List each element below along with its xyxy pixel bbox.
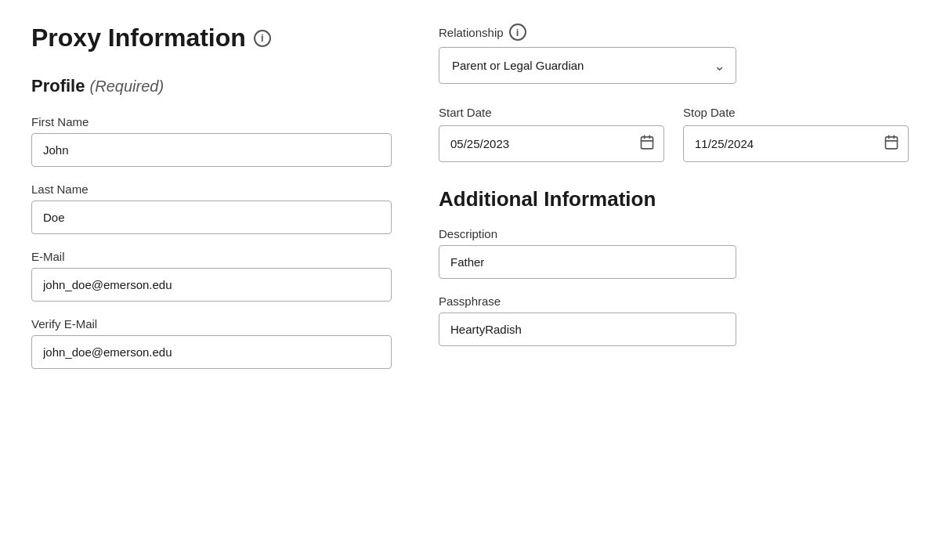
email-label: E-Mail bbox=[31, 250, 392, 263]
profile-section-title: Profile (Required) bbox=[31, 76, 392, 96]
verify-email-input[interactable] bbox=[31, 335, 392, 369]
date-row: Start Date Stop Date bbox=[439, 106, 909, 162]
page-title-area: Proxy Information i bbox=[31, 23, 392, 52]
description-label: Description bbox=[439, 227, 909, 240]
verify-email-label: Verify E-Mail bbox=[31, 317, 392, 331]
description-field-group: Description bbox=[439, 227, 909, 279]
start-date-input-wrapper bbox=[439, 125, 664, 162]
relationship-label-area: Relationship i bbox=[439, 23, 909, 41]
passphrase-field-group: Passphrase bbox=[439, 294, 909, 346]
first-name-input[interactable] bbox=[31, 133, 392, 167]
right-column: Relationship i Parent or Legal Guardian … bbox=[439, 23, 909, 362]
proxy-info-icon[interactable]: i bbox=[254, 30, 271, 47]
relationship-label: Relationship bbox=[439, 26, 504, 39]
required-label: (Required) bbox=[90, 78, 164, 95]
last-name-label: Last Name bbox=[31, 182, 392, 196]
stop-date-label: Stop Date bbox=[683, 106, 909, 119]
email-input[interactable] bbox=[31, 268, 392, 302]
start-date-group: Start Date bbox=[439, 106, 664, 162]
stop-date-group: Stop Date bbox=[683, 106, 909, 162]
left-column: Proxy Information i Profile (Required) F… bbox=[31, 23, 392, 385]
relationship-info-icon[interactable]: i bbox=[509, 23, 526, 41]
description-input[interactable] bbox=[439, 245, 736, 279]
passphrase-input[interactable] bbox=[439, 313, 736, 346]
email-field-group: E-Mail bbox=[31, 250, 392, 302]
last-name-input[interactable] bbox=[31, 201, 392, 234]
relationship-select[interactable]: Parent or Legal Guardian Spouse Sibling … bbox=[439, 47, 736, 84]
page-title: Proxy Information bbox=[31, 23, 246, 52]
start-date-label: Start Date bbox=[439, 106, 664, 119]
relationship-select-wrapper: Parent or Legal Guardian Spouse Sibling … bbox=[439, 47, 736, 84]
first-name-field-group: First Name bbox=[31, 115, 392, 167]
passphrase-label: Passphrase bbox=[439, 294, 909, 308]
start-date-input[interactable] bbox=[439, 125, 664, 162]
last-name-field-group: Last Name bbox=[31, 182, 392, 234]
stop-date-input-wrapper bbox=[683, 125, 909, 162]
stop-date-input[interactable] bbox=[683, 125, 909, 162]
first-name-label: First Name bbox=[31, 115, 392, 128]
additional-info-title: Additional Information bbox=[439, 187, 909, 211]
relationship-section: Relationship i Parent or Legal Guardian … bbox=[439, 23, 909, 84]
verify-email-field-group: Verify E-Mail bbox=[31, 317, 392, 369]
